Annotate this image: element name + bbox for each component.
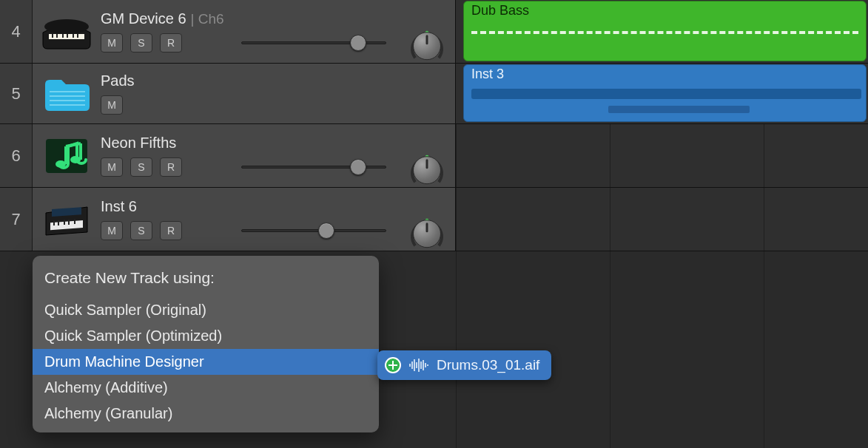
svg-rect-20 bbox=[64, 220, 65, 225]
pan-knob[interactable] bbox=[409, 28, 445, 64]
track-number: 7 bbox=[0, 188, 33, 251]
svg-rect-18 bbox=[53, 220, 55, 225]
volume-slider[interactable] bbox=[241, 160, 386, 174]
svg-point-15 bbox=[70, 156, 81, 163]
track-row[interactable]: 5 Pads M bbox=[0, 64, 868, 124]
track-controls: M S R bbox=[101, 157, 455, 177]
track-title: Inst 6 bbox=[101, 198, 455, 215]
track-name-label: Pads bbox=[101, 72, 135, 89]
track-row[interactable]: 4 GM Device 6 | Ch6 M bbox=[0, 0, 868, 64]
grid bbox=[456, 188, 868, 251]
track-info: Neon Fifths M S R bbox=[101, 124, 455, 187]
volume-slider[interactable] bbox=[241, 35, 386, 50]
mute-button[interactable]: M bbox=[101, 221, 123, 240]
grid bbox=[456, 124, 868, 187]
track-controls: M bbox=[101, 95, 455, 115]
mute-button[interactable]: M bbox=[101, 33, 123, 52]
track-icon-piano bbox=[33, 0, 101, 63]
midi-region[interactable]: Dub Bass bbox=[463, 1, 867, 61]
timeline-lane[interactable] bbox=[456, 188, 868, 251]
timeline-lane[interactable]: Inst 3 bbox=[456, 64, 868, 123]
svg-rect-4 bbox=[62, 34, 64, 38]
track-row[interactable]: 7 Inst 6 M S bbox=[0, 188, 868, 251]
music-note-icon bbox=[41, 135, 92, 177]
context-menu-item[interactable]: Alchemy (Additive) bbox=[33, 375, 379, 401]
track-header[interactable]: Inst 6 M S R bbox=[33, 188, 456, 251]
track-name-label: Neon Fifths bbox=[101, 135, 176, 152]
create-track-context-menu[interactable]: Create New Track using: Quick Sampler (O… bbox=[33, 256, 379, 432]
solo-button[interactable]: S bbox=[130, 33, 152, 52]
track-header[interactable]: GM Device 6 | Ch6 M S R bbox=[33, 0, 456, 63]
pan-knob[interactable] bbox=[409, 216, 445, 251]
context-menu-title: Create New Track using: bbox=[33, 265, 379, 297]
midi-notes-preview bbox=[471, 31, 858, 34]
timeline-lane[interactable] bbox=[456, 124, 868, 187]
track-icon-folder bbox=[33, 64, 101, 123]
track-title: GM Device 6 | Ch6 bbox=[101, 10, 455, 27]
track-channel-label: | Ch6 bbox=[191, 11, 224, 27]
folder-icon bbox=[42, 75, 91, 112]
timeline-empty-area[interactable] bbox=[456, 251, 868, 448]
track-info: GM Device 6 | Ch6 M S R bbox=[101, 0, 455, 63]
track-title: Pads bbox=[101, 72, 455, 89]
track-controls: M S R bbox=[101, 33, 455, 52]
svg-rect-21 bbox=[68, 220, 70, 225]
timeline-lane[interactable]: Dub Bass bbox=[456, 0, 868, 63]
svg-point-0 bbox=[44, 19, 89, 34]
solo-button[interactable]: S bbox=[130, 157, 152, 177]
track-header[interactable]: Pads M bbox=[33, 64, 456, 123]
svg-rect-5 bbox=[67, 34, 68, 38]
context-menu-item[interactable]: Alchemy (Granular) bbox=[33, 401, 379, 427]
track-icon-note bbox=[33, 124, 101, 187]
track-info: Inst 6 M S R bbox=[101, 188, 455, 251]
svg-rect-3 bbox=[56, 34, 58, 38]
record-enable-button[interactable]: R bbox=[160, 221, 182, 240]
folder-region[interactable]: Inst 3 bbox=[463, 64, 867, 122]
track-name-label: GM Device 6 bbox=[101, 10, 186, 27]
track-row[interactable]: 6 Neon Fifths M bbox=[0, 124, 868, 188]
pan-knob[interactable] bbox=[409, 152, 445, 188]
context-menu-item[interactable]: Quick Sampler (Optimized) bbox=[33, 323, 379, 349]
svg-rect-6 bbox=[73, 34, 74, 38]
track-header[interactable]: Neon Fifths M S R bbox=[33, 124, 456, 187]
track-number: 6 bbox=[0, 124, 33, 187]
track-icon-synth bbox=[33, 188, 101, 251]
region-title: Dub Bass bbox=[471, 3, 860, 19]
track-name-label: Inst 6 bbox=[101, 198, 137, 215]
sub-region-bar bbox=[471, 89, 861, 99]
volume-slider[interactable] bbox=[241, 223, 386, 238]
drag-chip-label: Drums.03_01.aif bbox=[437, 357, 539, 373]
record-enable-button[interactable]: R bbox=[160, 157, 182, 177]
keyboard-icon bbox=[41, 198, 92, 241]
track-controls: M S R bbox=[101, 221, 455, 240]
app-root: { "tracks": [ { "num": "4", "name": "GM … bbox=[0, 0, 868, 448]
track-number: 4 bbox=[0, 0, 33, 63]
track-list: 4 GM Device 6 | Ch6 M bbox=[0, 0, 868, 251]
svg-point-14 bbox=[55, 160, 66, 168]
region-title: Inst 3 bbox=[471, 67, 860, 83]
svg-rect-7 bbox=[77, 34, 78, 38]
piano-icon bbox=[41, 10, 92, 53]
mute-button[interactable]: M bbox=[101, 157, 123, 177]
waveform-icon bbox=[408, 358, 429, 373]
plus-badge-icon bbox=[385, 357, 401, 373]
svg-rect-22 bbox=[74, 219, 75, 224]
sub-region-bar bbox=[608, 106, 749, 113]
context-menu-item[interactable]: Drum Machine Designer bbox=[33, 349, 379, 375]
track-info: Pads M bbox=[101, 64, 455, 123]
context-menu-item[interactable]: Quick Sampler (Original) bbox=[33, 297, 379, 323]
svg-rect-19 bbox=[58, 220, 59, 225]
track-title: Neon Fifths bbox=[101, 135, 455, 152]
track-number: 5 bbox=[0, 64, 33, 123]
mute-button[interactable]: M bbox=[101, 95, 123, 115]
svg-rect-2 bbox=[52, 34, 53, 38]
record-enable-button[interactable]: R bbox=[160, 33, 182, 52]
drag-audio-chip[interactable]: Drums.03_01.aif bbox=[377, 350, 551, 380]
solo-button[interactable]: S bbox=[130, 221, 152, 240]
